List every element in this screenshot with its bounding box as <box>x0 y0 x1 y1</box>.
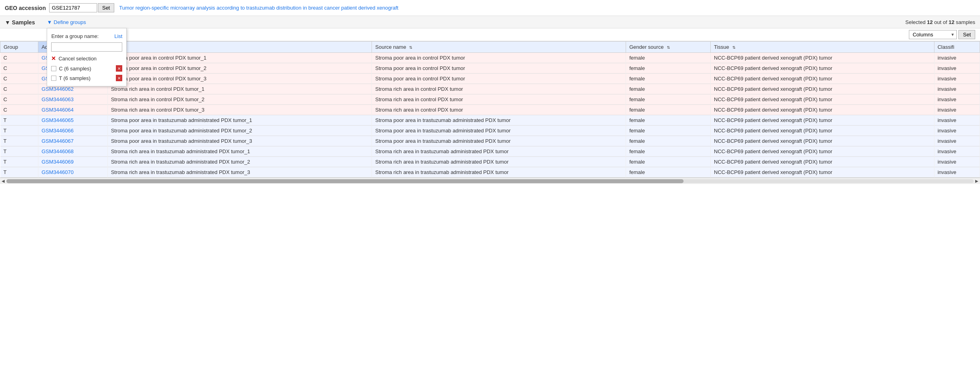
header-bar: GEO accession Set Tumor region-specific … <box>0 0 980 16</box>
cell-group: C <box>0 84 38 94</box>
group-t-delete-button[interactable]: ✕ <box>116 75 122 81</box>
cell-source: Stroma poor area in trastuzumab administ… <box>372 126 626 136</box>
cell-group: T <box>0 136 38 146</box>
cell-accession[interactable]: GSM3446066 <box>38 126 107 136</box>
group-name-input[interactable] <box>51 42 122 52</box>
cell-gender: female <box>626 126 711 136</box>
cell-tissue: NCC-BCP69 patient derived xenograft (PDX… <box>711 157 934 167</box>
col-gender-source-label: Gender source <box>629 44 664 50</box>
columns-select[interactable]: Columns <box>909 30 957 39</box>
cell-source: Stroma poor area in trastuzumab administ… <box>372 136 626 146</box>
cell-classifi: invasive <box>934 146 980 157</box>
table-row: TGSM3446067Stroma poor area in trastuzum… <box>0 136 980 146</box>
define-groups-label: Define groups <box>54 19 86 25</box>
cell-group: T <box>0 157 38 167</box>
group-c-delete-button[interactable]: ✕ <box>116 65 122 72</box>
cell-classifi: invasive <box>934 63 980 74</box>
col-classifi-label: Classifi <box>938 44 954 50</box>
cell-accession[interactable]: GSM3446069 <box>38 157 107 167</box>
cell-title: Stroma rich area in trastuzumab administ… <box>107 167 372 178</box>
cell-accession[interactable]: GSM3446065 <box>38 115 107 126</box>
cell-accession[interactable]: GSM3446070 <box>38 167 107 178</box>
scrollbar-track[interactable] <box>6 179 974 183</box>
cell-source: Stroma rich area in trastuzumab administ… <box>372 146 626 157</box>
selected-count: 12 <box>927 19 932 25</box>
cell-title: Stroma poor area in trastuzumab administ… <box>107 115 372 126</box>
sort-icon-source: ⇅ <box>409 45 412 50</box>
group-name-row: Enter a group name: List <box>47 32 126 41</box>
cell-source: Stroma poor area in trastuzumab administ… <box>372 115 626 126</box>
cell-accession[interactable]: GSM3446063 <box>38 94 107 105</box>
sort-icon-gender: ⇅ <box>667 45 670 50</box>
columns-select-wrapper: Columns ▼ <box>909 30 957 39</box>
cancel-x-icon: ✕ <box>51 55 56 62</box>
sort-icon-tissue: ⇅ <box>732 45 735 50</box>
cell-tissue: NCC-BCP69 patient derived xenograft (PDX… <box>711 74 934 84</box>
table-row: TGSM3446065Stroma poor area in trastuzum… <box>0 115 980 126</box>
cell-gender: female <box>626 115 711 126</box>
define-groups-button[interactable]: ▼ Define groups <box>47 18 86 25</box>
geo-set-button[interactable]: Set <box>98 3 115 12</box>
cell-gender: female <box>626 53 711 63</box>
cell-tissue: NCC-BCP69 patient derived xenograft (PDX… <box>711 63 934 74</box>
cell-group: T <box>0 115 38 126</box>
group-t-row[interactable]: T (6 samples) ✕ <box>47 73 126 83</box>
total-count: 12 <box>948 19 954 25</box>
table-row: CGSM3446060Stroma poor area in control P… <box>0 63 980 74</box>
table-container[interactable]: Group Accession ▲ Title ⇅ Source name ⇅ … <box>0 41 980 178</box>
group-name-label: Enter a group name: <box>51 33 99 39</box>
cell-tissue: NCC-BCP69 patient derived xenograft (PDX… <box>711 126 934 136</box>
samples-section-title[interactable]: ▼ Samples <box>5 18 35 26</box>
table-row: CGSM3446062Stroma rich area in control P… <box>0 84 980 94</box>
cell-accession[interactable]: GSM3446064 <box>38 105 107 115</box>
col-gender-source[interactable]: Gender source ⇅ <box>626 42 711 53</box>
cell-tissue: NCC-BCP69 patient derived xenograft (PDX… <box>711 84 934 94</box>
cell-source: Stroma rich area in control PDX tumor <box>372 94 626 105</box>
cell-group: T <box>0 167 38 178</box>
cell-classifi: invasive <box>934 94 980 105</box>
study-title-link[interactable]: Tumor region-specific microarray analysi… <box>119 5 398 11</box>
geo-input[interactable] <box>49 3 97 12</box>
col-classifi: Classifi <box>934 42 980 53</box>
cell-group: C <box>0 94 38 105</box>
col-group: Group <box>0 42 38 53</box>
col-source-name[interactable]: Source name ⇅ <box>372 42 626 53</box>
col-title[interactable]: Title ⇅ <box>107 42 372 53</box>
geo-label: GEO accession <box>5 5 46 11</box>
cancel-selection-row[interactable]: ✕ Cancel selection <box>47 53 126 64</box>
cell-classifi: invasive <box>934 136 980 146</box>
cell-title: Stroma poor area in trastuzumab administ… <box>107 136 372 146</box>
cell-accession[interactable]: GSM3446067 <box>38 136 107 146</box>
cell-group: C <box>0 63 38 74</box>
cell-classifi: invasive <box>934 74 980 84</box>
list-link[interactable]: List <box>114 33 122 39</box>
scrollbar-thumb[interactable] <box>6 179 684 183</box>
cell-group: C <box>0 74 38 84</box>
table-header-row: Group Accession ▲ Title ⇅ Source name ⇅ … <box>0 42 980 53</box>
scroll-right-icon[interactable]: ▶ <box>975 179 978 183</box>
group-c-row[interactable]: C (6 samples) ✕ <box>47 64 126 73</box>
col-tissue[interactable]: Tissue ⇅ <box>711 42 934 53</box>
group-t-checkbox[interactable] <box>51 76 56 81</box>
cell-source: Stroma rich area in trastuzumab administ… <box>372 157 626 167</box>
cell-tissue: NCC-BCP69 patient derived xenograft (PDX… <box>711 115 934 126</box>
cell-source: Stroma poor area in control PDX tumor <box>372 74 626 84</box>
cell-title: Stroma rich area in control PDX tumor_3 <box>107 105 372 115</box>
scrollbar-row[interactable]: ◀ ▶ <box>0 178 980 184</box>
cell-accession[interactable]: GSM3446068 <box>38 146 107 157</box>
selected-info: Selected 12 out of 12 samples <box>905 18 975 25</box>
group-t-label: T (6 samples) <box>59 75 113 81</box>
cell-tissue: NCC-BCP69 patient derived xenograft (PDX… <box>711 105 934 115</box>
col-tissue-label: Tissue <box>714 44 729 50</box>
scroll-left-icon[interactable]: ◀ <box>2 179 5 183</box>
columns-toolbar: Columns ▼ Set <box>0 28 980 41</box>
columns-set-button[interactable]: Set <box>958 30 975 39</box>
cell-tissue: NCC-BCP69 patient derived xenograft (PDX… <box>711 53 934 63</box>
cancel-selection-label: Cancel selection <box>58 56 96 62</box>
cell-gender: female <box>626 63 711 74</box>
cell-classifi: invasive <box>934 115 980 126</box>
group-dropdown: Enter a group name: List ✕ Cancel select… <box>47 28 127 86</box>
group-c-checkbox[interactable] <box>51 66 56 71</box>
table-row: CGSM3446061Stroma poor area in control P… <box>0 74 980 84</box>
cell-gender: female <box>626 74 711 84</box>
